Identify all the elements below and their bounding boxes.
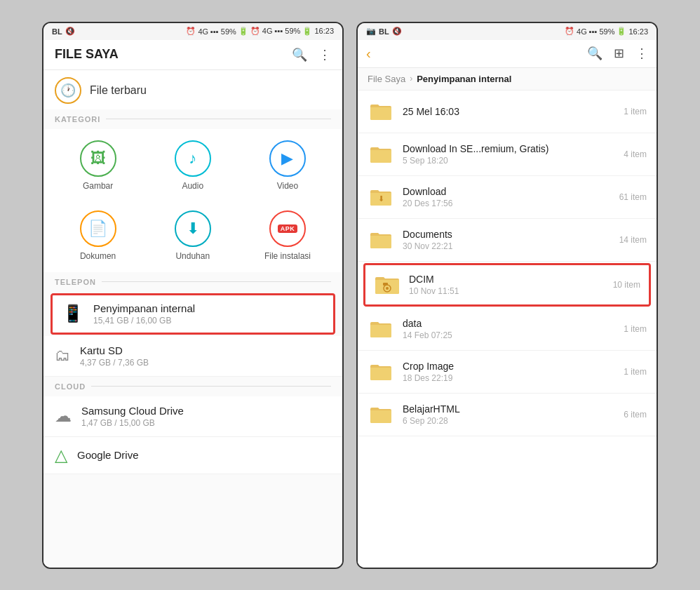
cloud-section-row: CLOUD — [43, 377, 342, 396]
file-date-dcim: 10 Nov 11:51 — [409, 286, 605, 296]
folder-icon-3 — [368, 227, 394, 253]
bl-right-label: BL — [379, 27, 389, 36]
samsung-cloud-icon: ☁ — [55, 406, 72, 426]
category-audio[interactable]: ♪ Audio — [149, 135, 236, 196]
search-icon[interactable]: 🔍 — [292, 47, 307, 62]
category-gambar[interactable]: 🖼 Gambar — [55, 135, 141, 196]
file-item-2[interactable]: ⬇ Download 20 Des 17:56 61 item — [358, 176, 657, 219]
signal-icon: ▪▪▪ — [210, 27, 219, 36]
file-meta-belajarhtml: BelajarHTML 6 Sep 20:28 — [403, 403, 615, 426]
mute-right-icon: 🔇 — [392, 27, 402, 36]
right-status-left: 📷 BL 🔇 — [366, 27, 402, 36]
breadcrumb-arrow: › — [410, 74, 412, 83]
video-label: Video — [277, 181, 298, 191]
file-item-dcim[interactable]: DCIM 10 Nov 11:51 10 item — [363, 263, 651, 307]
storage-kartu-sd[interactable]: 🗂 Kartu SD 4,37 GB / 7,36 GB — [43, 336, 342, 377]
bl-label: BL — [52, 27, 62, 36]
breadcrumb: File Saya › Penyimpanan internal — [358, 68, 657, 90]
telepon-label: TELEPON — [55, 278, 96, 286]
unduhan-icon-circle: ⬇ — [175, 210, 211, 247]
right-status-right: ⏰ 4G ▪▪▪ 59% 🔋 16:23 — [565, 27, 648, 36]
folder-icon-data — [368, 316, 394, 342]
category-unduhan[interactable]: ⬇ Unduhan — [149, 205, 236, 267]
folder-icon-belajarhtml — [368, 401, 394, 428]
breadcrumb-parent[interactable]: File Saya — [368, 74, 405, 84]
file-date-1: 5 Sep 18:20 — [403, 156, 615, 166]
storage-google-drive[interactable]: △ Google Drive — [43, 437, 342, 474]
storage-penyimpanan-internal[interactable]: 📱 Penyimpanan internal 15,41 GB / 16,00 … — [51, 293, 335, 335]
category-grid: 🖼 Gambar ♪ Audio ▶ Video 📄 Dokumen ⬇ — [43, 129, 342, 272]
file-count-data: 1 item — [624, 324, 647, 334]
recent-section[interactable]: 🕐 File terbaru — [43, 70, 342, 109]
file-item-3[interactable]: Documents 30 Nov 22:21 14 item — [358, 219, 657, 262]
file-meta-dcim: DCIM 10 Nov 11:51 — [409, 274, 605, 296]
right-app-content: ‹ 🔍 ⊞ ⋮ File Saya › Penyimpanan internal — [358, 40, 657, 568]
file-list: 25 Mel 16:03 1 item Download In SE...rem… — [358, 90, 657, 568]
alarm-icon: ⏰ — [186, 27, 196, 36]
file-item-belajarhtml[interactable]: BelajarHTML 6 Sep 20:28 6 item — [358, 394, 657, 436]
gambar-label: Gambar — [83, 181, 113, 191]
apk-badge: APK — [278, 224, 298, 233]
file-name-data: data — [403, 318, 615, 329]
audio-icon-circle: ♪ — [175, 140, 211, 177]
file-name-3: Documents — [403, 229, 611, 240]
network-label: 4G — [198, 27, 208, 36]
file-item-data[interactable]: data 14 Feb 07:25 1 item — [358, 308, 657, 351]
file-date-3: 30 Nov 22:21 — [403, 241, 611, 251]
file-count-cropimage: 1 item — [624, 367, 647, 377]
battery-right-label: 59% — [599, 27, 614, 36]
folder-icon-1 — [368, 141, 394, 168]
kartu-sd-detail: 4,37 GB / 7,36 GB — [80, 358, 149, 368]
unduhan-label: Unduhan — [175, 251, 210, 261]
status-left-icons: BL 🔇 — [52, 27, 75, 36]
category-video[interactable]: ▶ Video — [244, 135, 330, 196]
battery-right-icon: 🔋 — [617, 27, 626, 36]
right-toolbar: ‹ 🔍 ⊞ ⋮ — [358, 40, 657, 68]
file-count-2: 61 item — [619, 192, 647, 202]
samsung-cloud-name: Samsung Cloud Drive — [81, 405, 184, 417]
file-item-1[interactable]: Download In SE...remium, Gratis) 5 Sep 1… — [358, 133, 657, 176]
file-meta-2: Download 20 Des 17:56 — [403, 186, 611, 208]
dokumen-label: Dokumen — [80, 251, 116, 261]
more-menu-icon[interactable]: ⋮ — [318, 47, 331, 62]
file-date-cropimage: 18 Des 22:19 — [403, 373, 615, 383]
back-button[interactable]: ‹ — [366, 46, 371, 62]
gambar-icon-circle: 🖼 — [80, 140, 116, 177]
recent-clock-icon: 🕐 — [55, 77, 81, 104]
instalasi-icon-circle: APK — [269, 210, 306, 247]
left-phone: BL 🔇 ⏰ 4G ▪▪▪ 59% 🔋 ⏰ 4G ▪▪▪ 59% 🔋 16:23… — [42, 22, 344, 569]
right-more-icon[interactable]: ⋮ — [635, 46, 648, 61]
network-right-label: 4G — [577, 27, 587, 36]
battery-icon: 🔋 — [238, 27, 248, 36]
right-search-icon[interactable]: 🔍 — [587, 46, 603, 61]
video-icon-circle: ▶ — [269, 140, 306, 177]
audio-label: Audio — [182, 181, 203, 191]
left-toolbar: FILE SAYA 🔍 ⋮ — [43, 40, 342, 70]
file-date-2: 20 Des 17:56 — [403, 199, 611, 208]
google-drive-name: Google Drive — [77, 449, 139, 461]
file-count-dcim: 10 item — [613, 280, 640, 290]
category-file-instalasi[interactable]: APK File instalasi — [244, 205, 330, 267]
status-bar-right: 📷 BL 🔇 ⏰ 4G ▪▪▪ 59% 🔋 16:23 — [358, 23, 657, 40]
status-right-icons: ⏰ 4G ▪▪▪ 59% 🔋 ⏰ 4G ▪▪▪ 59% 🔋 16:23 — [186, 27, 334, 36]
dokumen-icon-circle: 📄 — [80, 210, 116, 247]
google-drive-icon: △ — [55, 445, 67, 465]
grid-view-icon[interactable]: ⊞ — [614, 46, 624, 61]
penyimpanan-info: Penyimpanan internal 15,41 GB / 16,00 GB — [93, 302, 195, 326]
kategori-section-row: KATEGORI — [43, 109, 342, 129]
page-title: FILE SAYA — [55, 47, 119, 62]
file-item-cropimage[interactable]: Crop Image 18 Des 22:19 1 item — [358, 351, 657, 394]
svg-point-2 — [386, 287, 389, 290]
storage-samsung-cloud[interactable]: ☁ Samsung Cloud Drive 1,47 GB / 15,00 GB — [43, 396, 342, 437]
category-dokumen[interactable]: 📄 Dokumen — [55, 205, 141, 267]
toolbar-icons: 🔍 ⋮ — [292, 47, 331, 62]
instalasi-label: File instalasi — [264, 251, 311, 261]
folder-icon-cropimage — [368, 358, 394, 385]
right-phone: 📷 BL 🔇 ⏰ 4G ▪▪▪ 59% 🔋 16:23 ‹ 🔍 ⊞ ⋮ — [356, 22, 658, 569]
cloud-divider — [91, 386, 331, 387]
kategori-divider — [106, 119, 331, 119]
battery-label: 59% — [221, 27, 236, 36]
file-count-1: 4 item — [624, 149, 647, 159]
folder-icon-dcim — [374, 271, 401, 298]
file-item-0[interactable]: 25 Mel 16:03 1 item — [358, 90, 657, 133]
